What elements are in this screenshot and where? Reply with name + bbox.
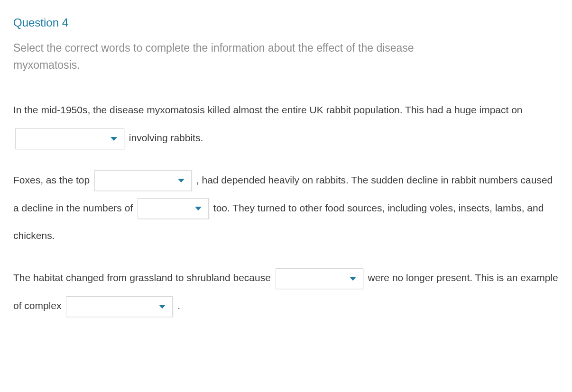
chevron-down-icon (195, 207, 202, 210)
chevron-down-icon (159, 305, 166, 309)
paragraph-3: The habitat changed from grassland to sh… (13, 264, 559, 320)
passage: In the mid-1950s, the disease myxomatosi… (13, 96, 559, 320)
question-instruction: Select the correct words to complete the… (13, 40, 431, 73)
dropdown-5[interactable] (66, 296, 173, 317)
passage-text: Foxes, as the top (13, 174, 92, 185)
question-title: Question 4 (13, 14, 559, 31)
dropdown-2[interactable] (94, 170, 192, 191)
dropdown-4[interactable] (276, 268, 363, 289)
passage-text: . (177, 300, 180, 311)
chevron-down-icon (350, 277, 356, 281)
chevron-down-icon (178, 179, 185, 182)
paragraph-2: Foxes, as the top , had depended heavily… (13, 166, 559, 250)
chevron-down-icon (111, 137, 117, 141)
passage-text: In the mid-1950s, the disease myxomatosi… (13, 104, 523, 115)
passage-text: The habitat changed from grassland to sh… (13, 272, 274, 283)
dropdown-1[interactable] (15, 128, 124, 149)
dropdown-3[interactable] (138, 198, 209, 219)
paragraph-1: In the mid-1950s, the disease myxomatosi… (13, 96, 559, 152)
passage-text: involving rabbits. (129, 132, 203, 143)
